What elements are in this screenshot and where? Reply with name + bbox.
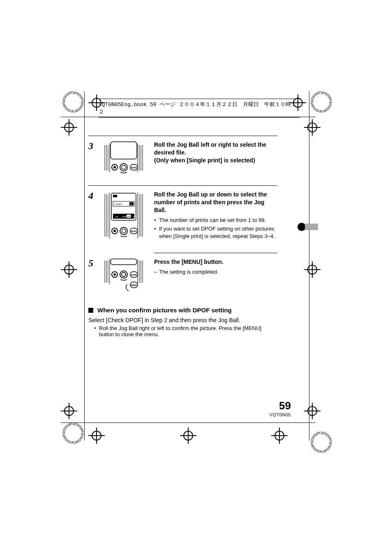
svg-point-10 [113,166,116,169]
svg-point-44 [120,271,127,278]
step-5-dash-1: The setting is completed. [154,268,277,276]
step-number: 4 [88,191,102,201]
step-3-title2: (Only when [Single print] is selected) [154,157,277,164]
section-heading: When you confirm pictures with DPOF sett… [88,307,277,314]
rule-mid2 [154,253,277,253]
mode-label: MODE [131,166,138,169]
frame-vline-l [84,91,85,441]
mode-label: MODE [131,274,138,276]
rule-mid1 [88,185,277,186]
reg-cross-6 [304,261,321,278]
step-3-thumb: MODE [102,141,145,174]
page-number: 59 [270,399,291,412]
step-5: 5 MODE MENU [88,258,277,295]
reg-radial-bl [62,422,84,444]
doc-id: VQT0N05 [270,412,291,417]
frame-vline-r [309,91,309,441]
reg-cross-7 [61,403,77,419]
rule-top [88,136,277,136]
svg-point-11 [120,164,127,171]
section-p1: Select [Check DPOF] in Step 2 and then p… [88,317,277,323]
sel-label: SEL. [115,216,119,218]
reg-radial-br [311,432,332,453]
svg-point-12 [122,165,126,169]
step-5-body: Press the [MENU] button. The setting is … [154,258,277,277]
reg-cross-8 [304,403,321,419]
step-5-thumb: MODE MENU [102,258,145,295]
step-5-title: Press the [MENU] button. [154,258,277,266]
square-bullet-icon [88,308,93,313]
step-number: 3 [88,141,102,151]
reg-radial-tl [62,91,84,113]
step-number: 5 [88,258,102,268]
count-value: 0 [131,203,132,205]
menu-label: MENU [127,216,131,217]
mode-label: MODE [131,230,138,233]
step-4-title: Roll the Jog Ball up or down to select t… [154,191,277,214]
step-3-body: Roll the Jog Ball left or right to selec… [154,141,277,164]
step-4-body: Roll the Jog Ball up or down to select t… [154,191,277,241]
step-4-bullet-2: If you want to set DPOF setting on other… [154,225,277,240]
svg-rect-23 [113,195,117,197]
step-4-thumb: COUNT 0 SEL. ENTER MENU EXIT MODE [102,191,145,240]
svg-rect-41 [111,259,137,265]
svg-point-31 [122,229,126,233]
step-4: 4 COUNT 0 SEL. ENTER MENU [88,191,277,241]
reg-radial-tr [311,91,332,113]
book-header: VQT0N05Eng.book 59 ページ ２００４年１１月２２日 月曜日 午… [99,99,300,118]
svg-point-43 [113,273,116,276]
count-label: COUNT [115,203,122,205]
step-4-bullet-1: The number of prints can be set from 1 t… [154,217,277,224]
step-3-title1: Roll the Jog Ball left or right to selec… [154,141,277,157]
svg-point-29 [113,230,116,232]
svg-rect-0 [111,142,137,159]
section-bullet-1: Roll the Jog Ball right or left to confi… [88,325,277,337]
frame-hline-b [61,422,316,423]
svg-point-30 [120,227,127,235]
side-tab-dot [297,223,306,231]
page-footer: 59 VQT0N05 [270,399,291,417]
page-content: 3 MODE Roll the Jog Ball left or [88,136,277,337]
exit-label: EXIT [133,216,137,218]
menu-label: MENU [131,284,137,286]
reg-cross-10 [180,427,196,444]
svg-point-45 [122,272,126,277]
reg-cross-5 [61,261,77,278]
side-tab-bar [305,224,318,230]
section-heading-text: When you confirm pictures with DPOF sett… [97,307,232,314]
reg-cross-3 [61,119,77,136]
step-3: 3 MODE Roll the Jog Ball left or [88,141,277,174]
reg-cross-9 [88,427,105,444]
reg-cross-4 [304,119,321,136]
reg-cross-11 [271,427,288,444]
